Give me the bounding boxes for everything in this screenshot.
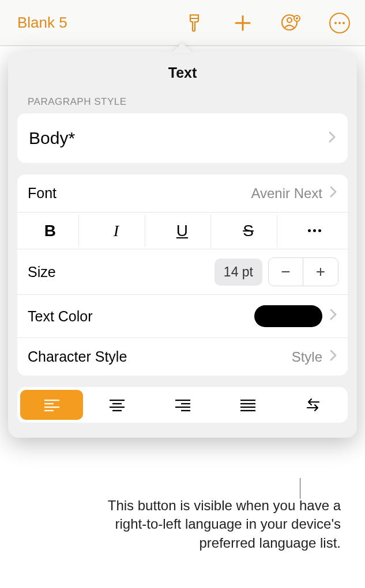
- font-label: Font: [28, 185, 57, 202]
- toolbar-actions: [183, 12, 355, 35]
- chevron-right-icon: [328, 131, 336, 146]
- top-toolbar: Blank 5: [0, 0, 365, 46]
- format-brush-icon[interactable]: [183, 12, 206, 35]
- text-options-more-button[interactable]: [286, 215, 344, 247]
- svg-point-1: [287, 18, 292, 22]
- text-color-label: Text Color: [28, 308, 93, 325]
- paragraph-style-card: Body*: [17, 113, 348, 163]
- insert-plus-icon[interactable]: [231, 12, 254, 35]
- document-title[interactable]: Blank 5: [17, 14, 67, 32]
- size-label: Size: [28, 264, 56, 280]
- callout-leader-line: [300, 478, 300, 499]
- character-style-row[interactable]: Character Style Style: [17, 338, 348, 375]
- size-value[interactable]: 14 pt: [215, 259, 262, 286]
- rtl-direction-button[interactable]: [282, 390, 345, 420]
- italic-button[interactable]: I: [88, 215, 145, 247]
- character-style-label: Character Style: [28, 348, 127, 365]
- paragraph-style-value: Body*: [29, 128, 75, 148]
- alignment-card: [17, 387, 348, 423]
- text-color-row[interactable]: Text Color: [17, 295, 348, 338]
- align-right-button[interactable]: [151, 390, 214, 420]
- text-color-swatch: [254, 305, 322, 327]
- bold-button[interactable]: B: [21, 215, 79, 247]
- callout-text: This button is visible when you have a r…: [99, 496, 341, 552]
- chevron-right-icon: [329, 185, 337, 202]
- underline-button[interactable]: U: [153, 215, 211, 247]
- font-value: Avenir Next: [251, 185, 322, 202]
- chevron-right-icon: [329, 349, 337, 365]
- popover-title: Text: [8, 52, 357, 93]
- align-justify-button[interactable]: [216, 390, 279, 420]
- text-settings-card: Font Avenir Next B I U S: [17, 174, 348, 375]
- align-left-button[interactable]: [20, 390, 83, 420]
- font-row[interactable]: Font Avenir Next: [17, 174, 348, 213]
- align-center-button[interactable]: [85, 390, 148, 420]
- text-style-buttons: B I U S: [17, 213, 348, 249]
- chevron-right-icon: [329, 308, 337, 324]
- size-row: Size 14 pt − +: [17, 249, 348, 295]
- more-icon[interactable]: [328, 12, 351, 35]
- paragraph-style-row[interactable]: Body*: [17, 113, 348, 163]
- paragraph-style-section-label: Paragraph Style: [8, 93, 357, 113]
- size-decrease-button[interactable]: −: [269, 258, 303, 286]
- size-stepper: − +: [268, 257, 338, 286]
- collaborate-icon[interactable]: [280, 12, 303, 35]
- strikethrough-button[interactable]: S: [220, 215, 277, 247]
- size-increase-button[interactable]: +: [303, 258, 338, 286]
- format-popover: Text Paragraph Style Body* Font Avenir N…: [8, 52, 357, 438]
- character-style-value: Style: [292, 349, 322, 365]
